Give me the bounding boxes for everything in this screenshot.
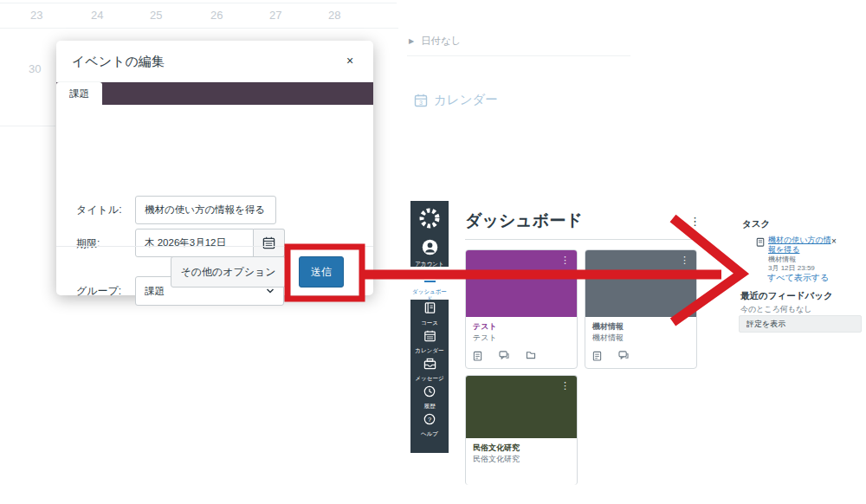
sidebar-item-help[interactable]: ? ヘルプ — [410, 410, 449, 438]
course-card-color-header: ⋮ — [585, 250, 696, 317]
assignment-icon[interactable] — [592, 351, 602, 361]
discussions-icon[interactable] — [499, 351, 509, 360]
inbox-icon — [423, 358, 436, 370]
close-icon[interactable]: × — [340, 51, 359, 70]
sidebar-item-label: メッセージ — [410, 375, 449, 382]
help-icon: ? — [423, 413, 436, 425]
sidebar-item-history[interactable]: 履歴 — [410, 383, 449, 410]
course-card-body: 民俗文化研究 民俗文化研究 — [466, 438, 577, 464]
course-card-title[interactable]: テスト — [473, 322, 570, 332]
account-avatar-icon — [422, 239, 438, 255]
card-kebab-icon[interactable]: ⋮ — [560, 380, 570, 391]
title-field[interactable] — [135, 196, 276, 224]
sidebar-item-calendar[interactable]: カレンダー — [410, 327, 449, 355]
calendar-icon — [262, 236, 275, 249]
dashboard-options-kebab-icon[interactable]: ⋮ — [689, 215, 701, 228]
modal-footer-divider — [56, 246, 373, 247]
calendar-day-number: 25 — [150, 9, 162, 22]
group-field-label: グループ: — [76, 284, 121, 299]
course-card-folklore[interactable]: ⋮ 民俗文化研究 民俗文化研究 — [465, 375, 578, 485]
card-kebab-icon[interactable]: ⋮ — [560, 255, 570, 266]
due-date-label: 期限: — [76, 236, 100, 251]
course-card-color-header: ⋮ — [466, 376, 577, 438]
svg-text:3: 3 — [419, 99, 423, 105]
sidebar-item-account[interactable]: アカウント — [410, 236, 449, 267]
calendar-icon — [423, 330, 436, 342]
sidebar-item-label: コース — [410, 320, 449, 326]
sidebar-item-dashboard[interactable]: ダッシュボード — [410, 267, 449, 300]
assignment-icon — [756, 237, 765, 247]
dashboard-icon — [423, 273, 436, 283]
course-card-subtitle: 機材情報 — [592, 333, 689, 343]
dashboard-screenshot: アカウント ダッシュボード コース — [410, 201, 866, 485]
course-card-body: 機材情報 機材情報 — [585, 317, 696, 368]
feedback-heading: 最近のフィードバック — [740, 290, 833, 302]
feedback-empty-text: 今のところ何もなし — [740, 304, 811, 315]
due-date-field[interactable] — [135, 229, 254, 257]
calendar-grid-line — [0, 126, 55, 126]
calendar-day-number: 24 — [91, 9, 103, 22]
chevron-down-icon — [266, 288, 275, 294]
clock-icon — [423, 385, 436, 397]
tab-assignment[interactable]: 課題 — [56, 82, 102, 105]
calendar-feed-link[interactable]: 3 カレンダー — [414, 92, 498, 108]
sidebar-item-label: 履歴 — [410, 403, 449, 410]
sidebar-item-label: ヘルプ — [410, 430, 449, 437]
calendar-grid-line — [0, 28, 398, 29]
sidebar-item-label: カレンダー — [410, 347, 449, 354]
modal-title: イベントの編集 — [72, 54, 165, 70]
calendar-grid-line — [0, 3, 397, 3]
more-options-button[interactable]: その他のオプション — [171, 256, 286, 288]
files-icon[interactable] — [526, 351, 536, 359]
todo-item-link[interactable]: 機材の使い方の情報を得る — [768, 236, 834, 255]
course-card-title[interactable]: 機材情報 — [592, 322, 689, 332]
collapse-triangle-icon: ▶ — [409, 37, 414, 45]
calendar-link-label: カレンダー — [434, 92, 498, 108]
modal-tab-bar: 課題 — [56, 82, 373, 105]
calendar-day-number: 27 — [269, 9, 281, 22]
course-card-equipment[interactable]: ⋮ 機材情報 機材情報 — [585, 249, 697, 369]
title-field-label: タイトル: — [76, 203, 121, 217]
course-card-test[interactable]: ⋮ テスト テスト — [465, 249, 578, 369]
course-card-color-header: ⋮ — [466, 250, 577, 317]
canvas-logo-icon — [418, 207, 441, 229]
date-picker-button[interactable] — [254, 229, 285, 257]
show-grades-button[interactable]: 評定を表示 — [739, 315, 862, 333]
modal-header: イベントの編集 × — [56, 41, 373, 82]
card-kebab-icon[interactable]: ⋮ — [680, 255, 689, 266]
calendar-day-number: 28 — [328, 9, 340, 22]
svg-text:?: ? — [428, 416, 431, 423]
course-card-title[interactable]: 民俗文化研究 — [473, 443, 570, 453]
canvas-logo[interactable] — [410, 201, 449, 236]
todo-dismiss-icon[interactable]: × — [831, 236, 837, 246]
show-all-link[interactable]: すべて表示する — [767, 272, 829, 284]
undated-events-label: 日付なし — [421, 35, 462, 48]
calendar-day-number: 26 — [210, 9, 223, 22]
book-icon — [423, 302, 436, 314]
global-nav-sidebar: アカウント ダッシュボード コース — [410, 201, 449, 453]
group-select-value: 課題 — [145, 286, 165, 296]
page-title: ダッシュボード — [465, 210, 583, 232]
screenshot-root: 23 24 25 26 27 28 30 ▶ 日付なし 3 カレンダー イベント… — [0, 0, 866, 504]
course-card-subtitle: テスト — [473, 333, 570, 343]
sidebar-item-inbox[interactable]: メッセージ — [410, 355, 449, 383]
course-card-subtitle: 民俗文化研究 — [473, 455, 570, 464]
calendar-day-number: 30 — [29, 62, 41, 75]
calendar-day-number: 23 — [30, 9, 42, 22]
header-divider — [465, 239, 701, 240]
submit-button[interactable]: 送信 — [299, 256, 344, 288]
calendar-icon: 3 — [414, 94, 428, 107]
edit-event-modal: イベントの編集 × 課題 タイトル: 期限: — [56, 41, 373, 295]
divider — [407, 55, 630, 56]
todo-heading: タスク — [742, 218, 770, 230]
discussions-icon[interactable] — [618, 351, 629, 360]
assignment-icon[interactable] — [473, 351, 482, 361]
course-card-body: テスト テスト — [466, 317, 577, 368]
sidebar-item-courses[interactable]: コース — [410, 300, 449, 327]
